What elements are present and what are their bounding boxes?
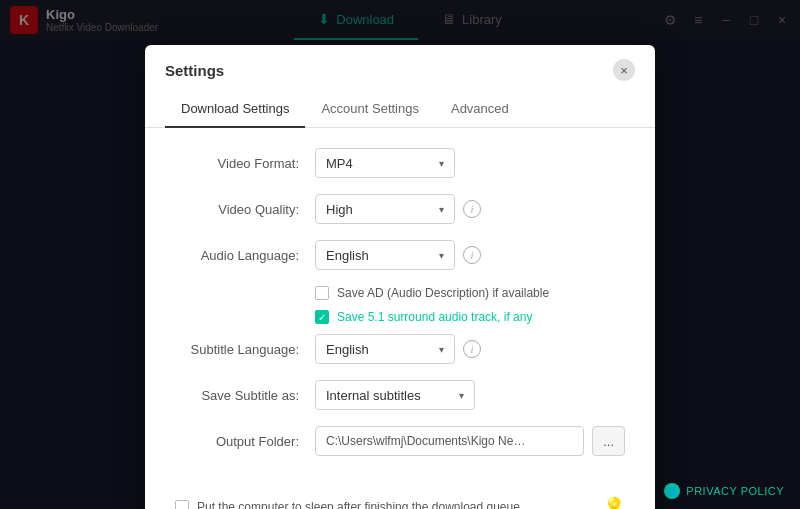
chevron-down-icon: ▾	[439, 204, 444, 215]
save-ad-checkbox[interactable]	[315, 286, 329, 300]
audio-language-control: English ▾ i	[315, 240, 625, 270]
tab-download-settings[interactable]: Download Settings	[165, 91, 305, 128]
audio-language-row: Audio Language: English ▾ i	[175, 240, 625, 270]
subtitle-language-value: English	[326, 342, 369, 357]
chevron-down-icon: ▾	[439, 158, 444, 169]
tab-advanced[interactable]: Advanced	[435, 91, 525, 128]
video-format-value: MP4	[326, 156, 353, 171]
audio-language-label: Audio Language:	[175, 248, 315, 263]
subtitle-language-control: English ▾ i	[315, 334, 625, 364]
chevron-down-icon: ▾	[439, 344, 444, 355]
audio-language-select[interactable]: English ▾	[315, 240, 455, 270]
video-quality-select[interactable]: High ▾	[315, 194, 455, 224]
video-quality-row: Video Quality: High ▾ i	[175, 194, 625, 224]
modal-footer: Put the computer to sleep after finishin…	[145, 492, 655, 509]
save-surround-checkbox[interactable]	[315, 310, 329, 324]
save-subtitle-value: Internal subtitles	[326, 388, 421, 403]
save-subtitle-control: Internal subtitles ▾	[315, 380, 625, 410]
video-quality-value: High	[326, 202, 353, 217]
modal-content: Video Format: MP4 ▾ Video Quality: High …	[145, 128, 655, 492]
subtitle-language-info-icon[interactable]: i	[463, 340, 481, 358]
modal-tabs: Download Settings Account Settings Advan…	[145, 91, 655, 128]
sleep-checkbox-row: Put the computer to sleep after finishin…	[175, 500, 520, 509]
subtitle-language-label: Subtitle Language:	[175, 342, 315, 357]
sleep-label: Put the computer to sleep after finishin…	[197, 500, 520, 509]
lightbulb-icon: 💡	[603, 496, 625, 509]
save-subtitle-select[interactable]: Internal subtitles ▾	[315, 380, 475, 410]
video-format-row: Video Format: MP4 ▾	[175, 148, 625, 178]
save-surround-label: Save 5.1 surround audio track, if any	[337, 310, 532, 324]
subtitle-language-select[interactable]: English ▾	[315, 334, 455, 364]
video-format-select[interactable]: MP4 ▾	[315, 148, 455, 178]
chevron-down-icon: ▾	[439, 250, 444, 261]
audio-language-info-icon[interactable]: i	[463, 246, 481, 264]
modal-close-button[interactable]: ×	[613, 59, 635, 81]
tab-account-settings[interactable]: Account Settings	[305, 91, 435, 128]
sleep-checkbox[interactable]	[175, 500, 189, 509]
privacy-policy-label: PRIVACY POLICY	[686, 485, 784, 497]
modal-header: Settings ×	[145, 45, 655, 91]
browse-button[interactable]: ...	[592, 426, 625, 456]
output-folder-row: Output Folder: C:\Users\wlfmj\Documents\…	[175, 426, 625, 456]
subtitle-language-row: Subtitle Language: English ▾ i	[175, 334, 625, 364]
privacy-icon: 🌐	[664, 483, 680, 499]
save-subtitle-label: Save Subtitle as:	[175, 388, 315, 403]
privacy-policy-link[interactable]: 🌐 PRIVACY POLICY	[664, 483, 784, 499]
save-ad-row: Save AD (Audio Description) if available	[315, 286, 625, 300]
video-format-control: MP4 ▾	[315, 148, 625, 178]
audio-language-value: English	[326, 248, 369, 263]
modal-title: Settings	[165, 62, 224, 79]
video-quality-control: High ▾ i	[315, 194, 625, 224]
save-ad-label: Save AD (Audio Description) if available	[337, 286, 549, 300]
save-subtitle-row: Save Subtitle as: Internal subtitles ▾	[175, 380, 625, 410]
video-format-label: Video Format:	[175, 156, 315, 171]
chevron-down-icon: ▾	[459, 390, 464, 401]
output-folder-path[interactable]: C:\Users\wlfmj\Documents\Kigo Netflix Vi…	[315, 426, 584, 456]
video-quality-info-icon[interactable]: i	[463, 200, 481, 218]
output-folder-label: Output Folder:	[175, 434, 315, 449]
settings-modal: Settings × Download Settings Account Set…	[145, 45, 655, 509]
video-quality-label: Video Quality:	[175, 202, 315, 217]
output-folder-control: C:\Users\wlfmj\Documents\Kigo Netflix Vi…	[315, 426, 625, 456]
save-surround-row: Save 5.1 surround audio track, if any	[315, 310, 625, 324]
